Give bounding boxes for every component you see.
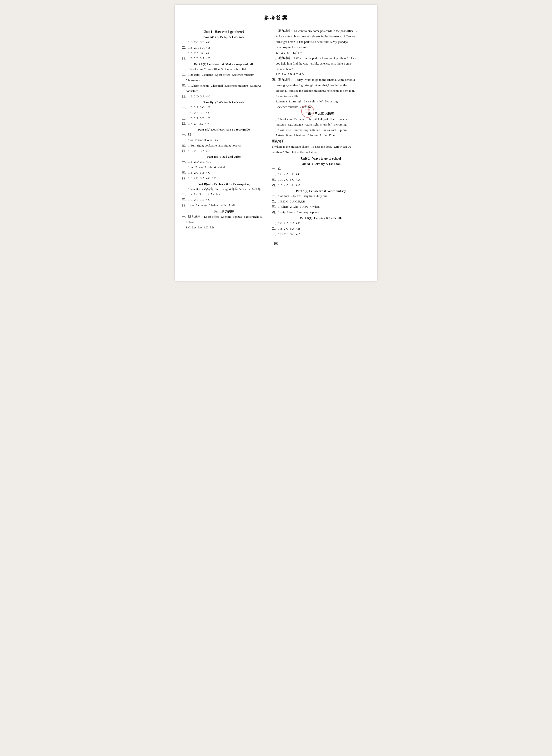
- parta1-title: Part A(1) Let's try & Let's talk: [182, 35, 266, 39]
- list-item: I want to see a film.: [276, 94, 370, 99]
- list-item: 三、1.Turn right; bookstore 2.straight; ho…: [182, 143, 266, 148]
- list-item: 1.× 2.√ 3.× 4.√ 5.√: [276, 50, 370, 55]
- list-item: 四、1.B 2.B 3.A 4.B: [182, 56, 266, 61]
- list-item: 一、1.B 2.A 3.C 4.B: [182, 105, 266, 110]
- list-item: Mike wants to buy some storybooks in the…: [276, 34, 370, 39]
- list-item: you help him find the way? 4.I like scie…: [276, 61, 370, 66]
- list-item: 二、1.on 2.near 3.What 4.at: [182, 138, 266, 143]
- right-column: 二、听力材料：1.I want to buy some postcards in…: [268, 28, 370, 237]
- list-item: 一、1.hospital 2.右转弯 3.crossing 4.邮局 5.cin…: [182, 187, 266, 192]
- list-item: 三、1.A 2.A 3.C 4.C: [182, 51, 266, 56]
- list-item: 四、1.× 2.× 3.√ 4.√: [182, 121, 266, 126]
- u2-partb1-title: Part B(1) Let's try & Let's talk: [272, 216, 370, 220]
- list-item: 二、1.far 2.new 3.right 4.behind: [182, 165, 266, 170]
- list-item: 二、1.ask 2.sir 3.interesting 4.Italian 5.…: [272, 128, 370, 133]
- list-item: 三、1.D 2.B 3.C 4.A: [272, 232, 370, 237]
- u2-parta2-title: Part A(2) Let's learn & Write and say: [272, 189, 370, 193]
- list-item: 1.Where is the museum shop? It's near th…: [272, 144, 370, 149]
- homework-stamp: 作业 解灵: [301, 105, 314, 118]
- list-item: is in hospital.He's not well.: [276, 45, 370, 50]
- list-item: follow: [186, 220, 266, 225]
- list-item: turn right here? 4.The park is so beauti…: [276, 39, 370, 44]
- list-item: 1.C 2.A 3.A 4.C 5.B: [186, 225, 266, 230]
- list-item: 二、1.× 2.× 3.√ 4.√ 5.√ 6.×: [182, 192, 266, 197]
- list-item: 四、听力材料： Today I want to go to the cinema…: [272, 78, 370, 83]
- partb2-title: Part B(2) Let's learn & Be a tour guide: [182, 128, 266, 131]
- list-item: 一、1.B 2.D 3.C 4.A: [182, 159, 266, 164]
- list-item: 四、1.A 2.A 3.B 4.A: [272, 183, 370, 188]
- list-item: 一、1.bookstore 2.post office 3.cinema 4.h…: [182, 67, 266, 72]
- list-item: turn right,and then I go straight.After …: [276, 83, 370, 88]
- list-item: 四、1.ship 2.train 3.subway 4.plane: [272, 210, 370, 215]
- parta2-title: Part A(2) Let's learn & Make a map and t…: [182, 62, 266, 66]
- list-item: 四、1.B 2.B 3.A 4.B: [182, 149, 266, 154]
- u2-parta1-title: Part A(1) Let's try & Let's talk: [272, 162, 370, 166]
- unit1-knowledge-title: 第一单元知识梳理: [272, 112, 370, 116]
- list-item: 1.cinema 2.turn right 3.straight 4.left …: [276, 99, 370, 104]
- list-item: 一、略: [182, 132, 266, 137]
- unit2-title: Unit 2 Ways to go to school: [272, 157, 370, 160]
- page: 参考答案 Unit 1 How can I get there? Part A(…: [175, 5, 377, 281]
- list-item: 二、1.hospital 2.cinema 3.post office 4.sc…: [182, 73, 266, 78]
- list-item: 二、1.B 2.A 3.A 4.B: [182, 45, 266, 50]
- list-item: crossing. I can see the science museum.T…: [276, 88, 370, 93]
- list-item: 三、1.Where 2.Who 3.How 4.When: [272, 204, 370, 209]
- list-item: 一、1.C 2.A 3.A 4.B: [272, 221, 370, 226]
- list-item: 一、1.B 2.C 3.B 4.C: [182, 40, 266, 45]
- list-item: 三、1.B 2.A 3.B 4.B: [182, 116, 266, 121]
- list-item: 一、1.bookstore 2.cinema 3.hospital 4.post…: [272, 117, 370, 122]
- list-item: 1.C 2.A 3.B 4.C 4.B: [276, 72, 370, 77]
- list-item: 二、听力材料：1.I want to buy some postcards in…: [272, 29, 370, 33]
- list-item: bookstore: [186, 89, 266, 94]
- list-item: 四、1.B 2.D 3.A 4.C: [182, 94, 266, 99]
- list-item: 四、1.see 2.cinema 3.behind 4.far 5.left: [182, 203, 266, 208]
- list-item: 一、1.on foot 2.by taxi 3.by train 4.by bu…: [272, 194, 370, 199]
- two-column-layout: Unit 1 How can I get there? Part A(1) Le…: [182, 28, 370, 237]
- list-item: museum 6.go straight 7.turn right 8.turn…: [276, 122, 370, 127]
- list-item: 三、1.B 2.B 3.B 4.C: [182, 198, 266, 203]
- list-item: 二、1.C 2.A 3.B 4.C: [272, 172, 370, 177]
- list-item: 一、略: [272, 166, 370, 171]
- list-item: get there? Turn left at the bookstore.: [272, 150, 370, 155]
- list-item: 三、1.A 2.C 3.C 4.A: [272, 177, 370, 182]
- page-number: — 100 —: [182, 242, 370, 246]
- list-item: 6.science museum 7.next to: [276, 105, 370, 110]
- partb1-title: Part B(1) Let's try & Let's talk: [182, 101, 266, 104]
- partb4-title: Part B(4) Let's check & Let's wrap it up: [182, 182, 266, 186]
- list-item: 三、1.Where; cinema 2.hospital 3.science; …: [182, 83, 266, 88]
- list-item: 三、1.B 2.C 3.B 4.C: [182, 170, 266, 175]
- main-title: 参考答案: [182, 14, 370, 21]
- unit1-listening-title: Unit 1听力训练: [182, 209, 266, 214]
- list-item: ma near here?: [276, 67, 370, 72]
- key-sentences-label: 重点句子: [272, 139, 370, 144]
- list-item: 7.street 8.get 9.feature 10.follow 11.fa…: [276, 133, 370, 138]
- left-column: Unit 1 How can I get there? Part A(1) Le…: [182, 28, 268, 237]
- unit1-title: Unit 1 How can I get there?: [182, 30, 266, 34]
- list-item: 二、1.B,D,G 2.A,C,E,F,H: [272, 199, 370, 204]
- list-item: 一、听力材料：1.post office 2.behind 3.pizza 4.…: [182, 214, 266, 219]
- list-item: 二、1.B 2.C 3.A 4.B: [272, 226, 370, 231]
- list-item: 四、1.E 2.D 3.A 4.C 5.B: [182, 176, 266, 181]
- list-item: 三、听力材料：1.Where is the park? 2.How can I …: [272, 56, 370, 61]
- partb3-title: Part B(3) Read and write: [182, 155, 266, 159]
- list-item: 5.bookstore: [186, 78, 266, 83]
- list-item: 二、1.C 2.A 3.B 4.C: [182, 111, 266, 116]
